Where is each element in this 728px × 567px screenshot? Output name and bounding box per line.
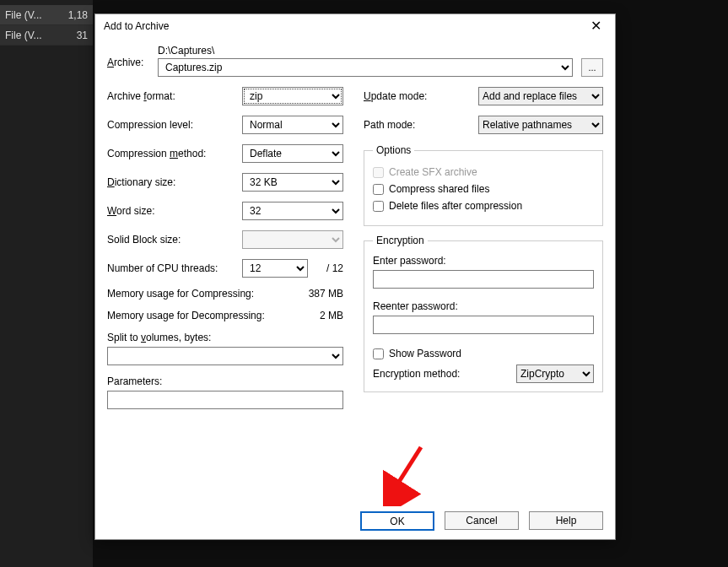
options-legend: Options — [373, 144, 414, 156]
dialog-title: Add to Archive — [104, 20, 169, 32]
archive-label: Archive: — [107, 45, 149, 68]
shared-checkbox[interactable] — [373, 184, 384, 195]
file-name: File (V... — [5, 30, 42, 41]
solid-block-label: Solid Block size: — [107, 234, 242, 246]
mem-comp-value: 387 MB — [309, 288, 343, 300]
encryption-legend: Encryption — [373, 235, 428, 246]
cpu-threads-label: Number of CPU threads: — [107, 262, 242, 274]
sfx-checkbox-row: Create SFX archive — [373, 166, 594, 178]
enter-password-input[interactable] — [373, 270, 594, 289]
update-mode-label: Update mode: — [364, 90, 427, 102]
reenter-password-input[interactable] — [373, 316, 594, 334]
file-row[interactable]: File (V... 31 — [0, 25, 93, 46]
options-group: Options Create SFX archive Compress shar… — [364, 144, 603, 226]
compression-level-select[interactable]: Normal — [242, 116, 343, 134]
compression-level-label: Compression level: — [107, 119, 242, 131]
show-password-checkbox[interactable] — [373, 348, 384, 359]
solid-block-select — [242, 230, 343, 249]
path-mode-label: Path mode: — [364, 119, 415, 131]
cpu-threads-total: / 12 — [313, 262, 343, 274]
add-to-archive-dialog: Add to Archive ✕ Archive: D:\Captures\ C… — [94, 14, 616, 540]
word-size-select[interactable]: 32 — [242, 202, 343, 220]
mem-decomp-value: 2 MB — [320, 310, 343, 321]
compression-method-select[interactable]: Deflate — [242, 144, 343, 163]
file-name: File (V... — [5, 9, 42, 21]
shared-label: Compress shared files — [389, 183, 489, 195]
reenter-password-label: Reenter password: — [373, 300, 594, 312]
sfx-label: Create SFX archive — [389, 166, 477, 178]
delete-checkbox-row[interactable]: Delete files after compression — [373, 200, 594, 212]
sfx-checkbox — [373, 167, 384, 178]
shared-checkbox-row[interactable]: Compress shared files — [373, 183, 594, 195]
show-password-row[interactable]: Show Password — [373, 348, 594, 359]
show-password-label: Show Password — [389, 348, 461, 359]
encryption-method-select[interactable]: ZipCrypto — [516, 364, 594, 383]
file-browser-background: File (V... 1,18 File (V... 31 — [0, 0, 93, 567]
archive-name-select[interactable]: Captures.zip — [158, 58, 573, 77]
file-row[interactable]: File (V... 1,18 — [0, 5, 93, 25]
path-mode-select[interactable]: Relative pathnames — [478, 116, 603, 134]
enter-password-label: Enter password: — [373, 255, 594, 267]
dictionary-size-label: Dictionary size: — [107, 176, 242, 188]
help-button[interactable]: Help — [529, 511, 603, 530]
archive-format-label: Archive format: — [107, 90, 242, 102]
split-volumes-select[interactable] — [107, 347, 343, 365]
dictionary-size-select[interactable]: 32 KB — [242, 173, 343, 192]
ok-button[interactable]: OK — [360, 511, 434, 531]
file-size: 31 — [77, 30, 88, 41]
compression-method-label: Compression method: — [107, 148, 242, 159]
titlebar: Add to Archive ✕ — [95, 14, 615, 38]
encryption-group: Encryption Enter password: Reenter passw… — [364, 235, 603, 392]
update-mode-select[interactable]: Add and replace files — [478, 87, 603, 105]
encryption-method-label: Encryption method: — [373, 368, 460, 380]
close-icon[interactable]: ✕ — [585, 19, 607, 33]
cpu-threads-select[interactable]: 12 — [242, 259, 308, 278]
delete-label: Delete files after compression — [389, 200, 522, 212]
word-size-label: Word size: — [107, 205, 242, 217]
mem-decomp-label: Memory usage for Decompressing: — [107, 310, 265, 321]
archive-format-select[interactable]: zip — [242, 87, 343, 105]
cancel-button[interactable]: Cancel — [445, 511, 519, 530]
archive-path: D:\Captures\ — [158, 45, 573, 57]
parameters-input[interactable] — [107, 391, 343, 409]
browse-button[interactable]: ... — [581, 58, 603, 77]
delete-checkbox[interactable] — [373, 201, 384, 212]
parameters-label: Parameters: — [107, 375, 343, 387]
split-volumes-label: Split to volumes, bytes: — [107, 332, 343, 343]
mem-comp-label: Memory usage for Compressing: — [107, 288, 254, 300]
file-size: 1,18 — [68, 9, 88, 21]
